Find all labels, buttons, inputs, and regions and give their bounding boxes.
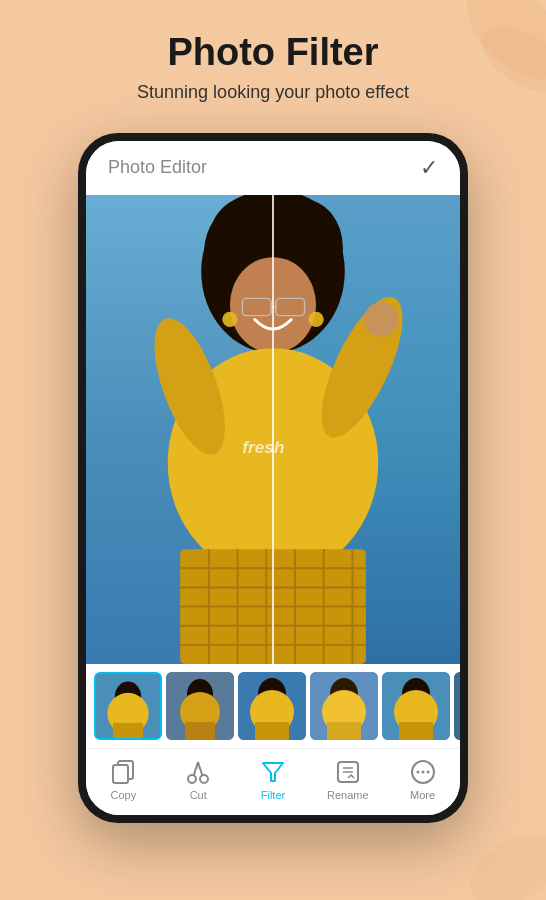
cut-icon bbox=[185, 759, 211, 785]
svg-point-68 bbox=[421, 770, 424, 773]
confirm-checkmark-icon[interactable]: ✓ bbox=[420, 155, 438, 181]
top-bar: Photo Editor ✓ bbox=[86, 141, 460, 195]
tool-cut[interactable]: Cut bbox=[168, 759, 228, 801]
svg-rect-38 bbox=[185, 722, 215, 740]
thumbnail-1[interactable] bbox=[94, 672, 162, 740]
svg-point-57 bbox=[188, 775, 196, 783]
header-section: Photo Filter Stunning looking your photo… bbox=[117, 0, 429, 123]
more-label: More bbox=[410, 789, 435, 801]
page-title: Photo Filter bbox=[137, 30, 409, 76]
decoration-bottom-right bbox=[446, 800, 546, 900]
svg-point-11 bbox=[222, 311, 237, 326]
photo-content: fresh bbox=[86, 195, 460, 664]
svg-rect-56 bbox=[113, 765, 128, 783]
svg-text:fresh: fresh bbox=[242, 437, 284, 457]
copy-icon bbox=[110, 759, 136, 785]
filter-label: Filter bbox=[261, 789, 285, 801]
tool-rename[interactable]: Rename bbox=[318, 759, 378, 801]
filter-icon bbox=[260, 759, 286, 785]
thumbnail-4[interactable] bbox=[310, 672, 378, 740]
bottom-toolbar: Copy Cut Filter bbox=[86, 748, 460, 815]
rename-label: Rename bbox=[327, 789, 369, 801]
svg-point-2 bbox=[458, 819, 546, 900]
tool-copy[interactable]: Copy bbox=[93, 759, 153, 801]
svg-marker-62 bbox=[263, 763, 283, 781]
thumbnail-6[interactable] bbox=[454, 672, 460, 740]
cut-label: Cut bbox=[190, 789, 207, 801]
phone-mockup: Photo Editor ✓ bbox=[78, 133, 468, 823]
svg-point-69 bbox=[426, 770, 429, 773]
svg-point-12 bbox=[308, 311, 323, 326]
svg-rect-42 bbox=[255, 722, 289, 740]
photo-display-area: fresh bbox=[86, 195, 460, 664]
tool-filter[interactable]: Filter bbox=[243, 759, 303, 801]
thumbnail-5[interactable] bbox=[382, 672, 450, 740]
filter-split-line bbox=[272, 195, 274, 664]
more-icon bbox=[410, 759, 436, 785]
photo-editor-title: Photo Editor bbox=[108, 157, 207, 178]
thumbnail-3[interactable] bbox=[238, 672, 306, 740]
phone-screen: Photo Editor ✓ bbox=[86, 141, 460, 815]
svg-point-67 bbox=[416, 770, 419, 773]
svg-line-59 bbox=[194, 762, 199, 776]
rename-icon bbox=[335, 759, 361, 785]
svg-rect-34 bbox=[113, 723, 143, 738]
decoration-top-right bbox=[426, 0, 546, 120]
svg-rect-50 bbox=[399, 722, 433, 740]
svg-line-60 bbox=[198, 762, 203, 776]
copy-label: Copy bbox=[111, 789, 137, 801]
thumbnail-strip bbox=[86, 664, 460, 748]
thumbnail-2[interactable] bbox=[166, 672, 234, 740]
svg-point-58 bbox=[200, 775, 208, 783]
svg-rect-51 bbox=[454, 672, 460, 740]
svg-rect-46 bbox=[327, 722, 361, 740]
tool-more[interactable]: More bbox=[393, 759, 453, 801]
svg-point-18 bbox=[364, 302, 398, 336]
page-subtitle: Stunning looking your photo effect bbox=[137, 82, 409, 103]
